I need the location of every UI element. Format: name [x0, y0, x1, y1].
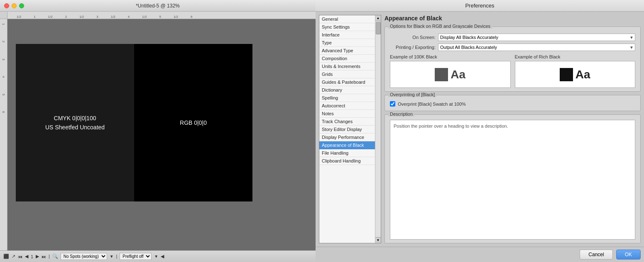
status-separator3: |	[116, 254, 118, 259]
on-screen-select[interactable]: Display All Blacks Accurately Output All…	[438, 34, 635, 41]
page-spread: CMYK 0|0|0|100 US Sheetfed Uncoated RGB …	[16, 44, 252, 201]
nav-item-type[interactable]: Type	[319, 39, 375, 47]
nav-item-guides-pasteboard[interactable]: Guides & Pasteboard	[319, 78, 375, 86]
nav-item-dictionary[interactable]: Dictionary	[319, 86, 375, 94]
dialog-title-bar: Preferences	[316, 0, 644, 12]
ruler-horizontal: 1/2 1 1/2 2 1/2 3 1/2 4 1/2 5 1/2 6	[7, 12, 316, 19]
canvas-content: CMYK 0|0|0|100 US Sheetfed Uncoated RGB …	[7, 19, 316, 250]
options-fieldset: Options for Black on RGB and Grayscale D…	[384, 27, 641, 92]
example-100k-label: Example of 100K Black	[390, 54, 511, 59]
current-page: 1	[31, 254, 33, 259]
minimize-button[interactable]	[12, 3, 17, 8]
page-right: RGB 0|0|0	[134, 44, 252, 201]
nav-item-advanced-type[interactable]: Advanced Type	[319, 47, 375, 55]
preferences-nav-list: General Sync Settings Interface Type Adv…	[319, 15, 381, 243]
window-title: *Untitled-5 @ 132%	[136, 3, 180, 9]
scrollbar-down-arrow[interactable]: ▼	[375, 237, 381, 243]
printing-select[interactable]: Output All Blacks Accurately Display All…	[438, 44, 635, 51]
on-screen-select-wrapper: Display All Blacks Accurately Output All…	[438, 34, 635, 41]
title-bar: *Untitled-5 @ 132%	[0, 0, 316, 12]
printing-label: Printing / Exporting:	[390, 45, 436, 50]
page-nav-prev[interactable]: ◀	[25, 254, 28, 259]
nav-item-autocorrect[interactable]: Autocorrect	[319, 102, 375, 110]
overprint-label[interactable]: Overprint [Black] Swatch at 100%	[398, 102, 466, 107]
preflight-icon: 🔍	[52, 254, 58, 259]
example-rich-square	[560, 68, 573, 81]
canvas-area: *Untitled-5 @ 132% 1/2 1 1/2 2 1/2 3 1/2…	[0, 0, 316, 262]
spots-select[interactable]: No Spots (working)	[61, 253, 107, 260]
description-text: Position the pointer over a heading to v…	[390, 120, 635, 240]
status-arrow: ↗	[12, 254, 15, 259]
nav-scrollbar[interactable]: ▲ ▼	[375, 15, 381, 243]
description-legend: Description	[388, 112, 414, 116]
status-separator4: ▼	[154, 254, 158, 259]
cancel-button[interactable]: Cancel	[580, 250, 612, 260]
status-separator1: |	[49, 254, 50, 259]
options-legend: Options for Black on RGB and Grayscale D…	[388, 24, 492, 29]
dialog-footer: Cancel OK	[316, 247, 644, 262]
traffic-lights	[4, 3, 24, 8]
nav-item-spelling[interactable]: Spelling	[319, 94, 375, 102]
close-button[interactable]	[4, 3, 9, 8]
maximize-button[interactable]	[19, 3, 24, 8]
page-nav-next[interactable]: ▶	[36, 254, 39, 259]
nav-item-grids[interactable]: Grids	[319, 70, 375, 78]
example-100k-text: Aa	[451, 68, 465, 81]
preferences-dialog: Preferences General Sync Settings Interf…	[316, 0, 644, 262]
example-100k-square	[435, 68, 448, 81]
example-100k: Example of 100K Black Aa	[390, 54, 511, 88]
scrollbar-up-arrow[interactable]: ▲	[375, 15, 381, 21]
nav-item-composition[interactable]: Composition	[319, 55, 375, 63]
printing-row: Printing / Exporting: Output All Blacks …	[390, 44, 635, 51]
nav-item-notes[interactable]: Notes	[319, 110, 375, 118]
overprint-checkbox-row: Overprint [Black] Swatch at 100%	[390, 99, 635, 109]
nav-item-appearance-black[interactable]: Appearance of Black	[319, 141, 375, 149]
page-left: CMYK 0|0|0|100 US Sheetfed Uncoated	[16, 44, 134, 201]
example-rich-preview: Aa	[515, 61, 636, 88]
example-100k-preview: Aa	[390, 61, 511, 88]
nav-item-units-increments[interactable]: Units & Increments	[319, 63, 375, 70]
overprinting-fieldset: Overprinting of [Black] Overprint [Black…	[384, 95, 641, 111]
printing-select-wrapper: Output All Blacks Accurately Display All…	[438, 44, 635, 51]
dialog-title: Preferences	[465, 2, 494, 9]
on-screen-row: On Screen: Display All Blacks Accurately…	[390, 34, 635, 41]
scroll-icon: ◀	[161, 254, 164, 259]
description-fieldset: Description Position the pointer over a …	[384, 114, 641, 243]
overprint-checkbox[interactable]	[390, 101, 395, 107]
dialog-body: General Sync Settings Interface Type Adv…	[316, 12, 644, 247]
example-rich-label: Example of Rich Black	[515, 54, 636, 59]
status-separator2: ▼	[110, 254, 114, 259]
nav-item-display-performance[interactable]: Display Performance	[319, 133, 375, 141]
page-left-cmyk: CMYK 0|0|0|100	[54, 114, 96, 123]
example-rich: Example of Rich Black Aa	[515, 54, 636, 88]
ok-button[interactable]: OK	[616, 250, 641, 260]
examples-row: Example of 100K Black Aa Example of Rich…	[390, 54, 635, 88]
nav-item-file-handling[interactable]: File Handling	[319, 149, 375, 157]
nav-item-track-changes[interactable]: Track Changes	[319, 118, 375, 126]
section-title: Appearance of Black	[384, 15, 641, 22]
status-bar: ⬛ ↗ ⏮ ◀ 1 ▶ ⏭ | 🔍 No Spots (working) ▼ |…	[0, 250, 316, 262]
ruler-corner	[0, 12, 7, 19]
status-icon: ⬛	[3, 254, 9, 259]
page-left-profile: US Sheetfed Uncoated	[45, 123, 105, 132]
nav-item-story-editor[interactable]: Story Editor Display	[319, 126, 375, 133]
preferences-content: Appearance of Black Options for Black on…	[384, 15, 641, 243]
ruler-vertical: 1 2 3 4 5 6	[0, 19, 7, 250]
on-screen-label: On Screen:	[390, 35, 436, 40]
scrollbar-thumb[interactable]	[376, 22, 381, 34]
example-rich-text: Aa	[575, 68, 590, 81]
page-right-rgb: RGB 0|0|0	[180, 119, 207, 126]
nav-item-interface[interactable]: Interface	[319, 31, 375, 39]
nav-item-clipboard-handling[interactable]: Clipboard Handling	[319, 157, 375, 165]
nav-item-general[interactable]: General	[319, 15, 375, 23]
page-nav-prev-start[interactable]: ⏮	[18, 254, 22, 259]
page-nav-next-end[interactable]: ⏭	[42, 254, 46, 259]
overprinting-legend: Overprinting of [Black]	[388, 92, 436, 97]
preflight-select[interactable]: Preflight off	[120, 253, 152, 260]
nav-item-sync-settings[interactable]: Sync Settings	[319, 23, 375, 31]
nav-items-container: General Sync Settings Interface Type Adv…	[319, 15, 381, 165]
